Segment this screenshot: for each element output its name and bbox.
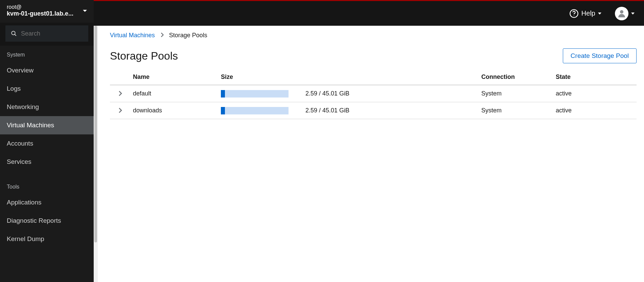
sidebar-item-virtual-machines[interactable]: Virtual Machines [0, 116, 94, 134]
scrollbar-thumb[interactable] [94, 26, 97, 242]
nav-section-system: System Overview Logs Networking Virtual … [0, 46, 94, 171]
cell-state: active [553, 85, 637, 102]
cell-name: downloads [130, 102, 218, 119]
svg-point-0 [12, 31, 15, 35]
cell-connection: System [479, 102, 553, 119]
cell-connection: System [479, 85, 553, 102]
help-icon [569, 9, 579, 18]
search-input[interactable] [21, 30, 83, 37]
page-title: Storage Pools [110, 50, 178, 62]
host-user: root@ [7, 4, 73, 10]
sidebar-item-applications[interactable]: Applications [0, 193, 94, 212]
host-switcher[interactable]: root@ kvm-01-guest01.lab.e... [0, 0, 94, 23]
breadcrumb-current: Storage Pools [169, 32, 207, 39]
table-row: default2.59 / 45.01 GiBSystemactive [110, 85, 637, 102]
help-label: Help [581, 9, 595, 17]
expand-row-button[interactable] [116, 89, 124, 97]
breadcrumb-link-virtual-machines[interactable]: Virtual Machines [110, 32, 155, 39]
nav-section-label: Tools [0, 178, 94, 193]
sidebar-item-networking[interactable]: Networking [0, 98, 94, 116]
svg-line-1 [15, 34, 16, 36]
sidebar: root@ kvm-01-guest01.lab.e... System Ove… [0, 0, 94, 282]
cell-size: 2.59 / 45.01 GiB [303, 85, 479, 102]
storage-pools-table: Name Size Connection State default2.59 /… [110, 69, 637, 119]
cell-size: 2.59 / 45.01 GiB [303, 102, 479, 119]
cell-name: default [130, 85, 218, 102]
search-input-wrap[interactable] [5, 25, 88, 42]
col-header-size: Size [218, 69, 303, 85]
sidebar-item-accounts[interactable]: Accounts [0, 134, 94, 153]
sidebar-item-diagnostic-reports[interactable]: Diagnostic Reports [0, 212, 94, 230]
topbar: Help [94, 0, 644, 26]
sidebar-item-overview[interactable]: Overview [0, 61, 94, 80]
svg-point-3 [574, 15, 574, 16]
user-menu[interactable] [611, 4, 639, 23]
help-menu[interactable]: Help [565, 6, 605, 21]
nav-section-tools: Tools Applications Diagnostic Reports Ke… [0, 178, 94, 248]
col-header-connection: Connection [479, 69, 553, 85]
avatar [615, 7, 628, 20]
col-header-state: State [553, 69, 637, 85]
search-icon [11, 30, 17, 37]
caret-down-icon [83, 10, 87, 12]
nav-section-label: System [0, 46, 94, 61]
size-progress [221, 90, 289, 97]
table-row: downloads2.59 / 45.01 GiBSystemactive [110, 102, 637, 119]
cell-state: active [553, 102, 637, 119]
col-header-name: Name [130, 69, 218, 85]
scrollbar[interactable] [94, 26, 98, 282]
caret-down-icon [631, 13, 635, 15]
sidebar-item-logs[interactable]: Logs [0, 80, 94, 98]
caret-down-icon [598, 13, 601, 15]
size-progress [221, 107, 289, 114]
expand-row-button[interactable] [116, 106, 124, 114]
sidebar-item-services[interactable]: Services [0, 153, 94, 171]
create-storage-pool-button[interactable]: Create Storage Pool [563, 48, 637, 63]
host-name: kvm-01-guest01.lab.e... [7, 10, 73, 17]
svg-point-4 [620, 10, 623, 14]
sidebar-item-kernel-dump[interactable]: Kernel Dump [0, 230, 94, 248]
chevron-right-icon [160, 32, 164, 39]
breadcrumb: Virtual Machines Storage Pools [110, 32, 637, 39]
